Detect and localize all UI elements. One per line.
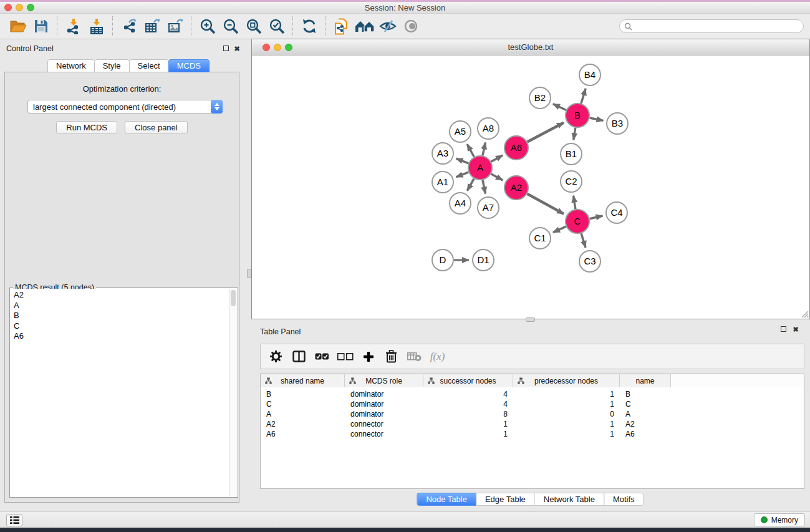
column-header-predecessor-nodes[interactable]: predecessor nodes — [513, 374, 620, 387]
apply-layout-button[interactable] — [297, 16, 321, 37]
tab-node-table[interactable]: Node Table — [417, 493, 476, 506]
zoom-out-button[interactable] — [219, 16, 242, 37]
table-cell[interactable]: 1 — [513, 390, 620, 399]
column-header-shared-name[interactable]: shared name — [261, 374, 345, 387]
graph-edge-A-A8[interactable] — [483, 143, 485, 156]
graph-edge-C-C1[interactable] — [553, 226, 566, 232]
table-row[interactable]: A2connector11A2 — [261, 419, 804, 429]
zoom-selected-button[interactable] — [265, 16, 288, 37]
save-session-button[interactable] — [29, 16, 52, 37]
mcds-result-item[interactable]: A6 — [14, 331, 229, 342]
graph-edge-A-A4[interactable] — [467, 178, 474, 191]
network-window-titlebar[interactable]: testGlobe.txt — [252, 39, 809, 56]
import-table-button[interactable] — [85, 16, 108, 37]
column-header-MCDS-role[interactable]: MCDS role — [345, 374, 423, 387]
graph-edge-A-A3[interactable] — [456, 158, 469, 163]
table-cell[interactable]: C — [620, 400, 671, 409]
unselect-all-columns-button[interactable] — [334, 345, 357, 368]
mcds-result-item[interactable]: A — [14, 301, 229, 311]
tab-select[interactable]: Select — [129, 59, 169, 72]
export-image-button[interactable] — [163, 16, 186, 37]
close-panel-icon[interactable]: ✖ — [233, 45, 241, 52]
table-cell[interactable]: A2 — [620, 420, 671, 428]
memory-button[interactable]: Memory — [754, 513, 805, 526]
tab-mcds[interactable]: MCDS — [168, 59, 210, 72]
scrollbar-thumb[interactable] — [231, 290, 236, 306]
export-table-button[interactable] — [140, 16, 163, 37]
tab-edge-table[interactable]: Edge Table — [476, 493, 535, 506]
import-network-button[interactable] — [62, 16, 85, 37]
table-cell[interactable]: C — [261, 400, 345, 409]
graph-edge-A-A7[interactable] — [483, 180, 485, 194]
graph-edge-C-C3[interactable] — [581, 233, 586, 248]
graph-edge-B-B1[interactable] — [574, 128, 576, 140]
optimization-criterion-dropdown[interactable]: largest connected component (directed) — [27, 100, 223, 114]
first-neighbors-button[interactable] — [353, 16, 376, 37]
graph-edge-A-A2[interactable] — [491, 174, 503, 180]
table-cell[interactable]: dominator — [345, 390, 423, 399]
mcds-result-item[interactable]: C — [14, 321, 229, 332]
table-settings-button[interactable] — [264, 345, 287, 368]
function-builder-button[interactable]: f(x) — [426, 345, 449, 368]
table-cell[interactable]: dominator — [345, 400, 423, 409]
delete-column-button[interactable] — [380, 345, 403, 368]
table-row[interactable]: Adominator80A — [261, 409, 804, 419]
new-network-from-selection-button[interactable] — [330, 16, 353, 37]
table-cell[interactable]: A — [261, 410, 345, 418]
table-cell[interactable]: 4 — [423, 390, 513, 399]
show-column-button[interactable] — [287, 345, 311, 368]
table-cell[interactable]: A6 — [620, 430, 671, 438]
graph-edge-B-B2[interactable] — [553, 104, 566, 110]
graph-edge-A-A5[interactable] — [467, 144, 474, 157]
zoom-fit-button[interactable] — [242, 16, 265, 37]
table-cell[interactable]: dominator — [345, 410, 423, 418]
column-header-name[interactable]: name — [620, 374, 671, 387]
tab-network[interactable]: Network — [47, 59, 95, 72]
mcds-result-item[interactable]: B — [14, 311, 229, 321]
float-table-panel-icon[interactable] — [779, 326, 787, 333]
horizontal-divider-grip[interactable] — [526, 317, 535, 322]
graph-edge-A2-C[interactable] — [528, 194, 564, 214]
table-cell[interactable]: 1 — [513, 400, 620, 409]
show-annotations-button[interactable] — [376, 16, 399, 37]
graph-edge-A-A1[interactable] — [456, 172, 469, 177]
add-column-button[interactable] — [357, 345, 380, 368]
task-history-button[interactable] — [6, 514, 22, 526]
run-mcds-button[interactable]: Run MCDS — [56, 121, 117, 134]
close-table-panel-icon[interactable]: ✖ — [792, 326, 799, 333]
table-cell[interactable]: 4 — [423, 400, 513, 409]
graph-edge-A6-B[interactable] — [528, 123, 564, 142]
delete-table-button[interactable] — [403, 345, 426, 368]
table-row[interactable]: A6connector11A6 — [261, 429, 804, 439]
float-panel-icon[interactable] — [222, 45, 229, 52]
table-cell[interactable]: 1 — [423, 430, 513, 438]
search-input[interactable] — [635, 22, 799, 31]
network-graph[interactable]: B4B2BB3A5A8A6A3AB1A1C2A2A4A7C4CC1C3DD1 — [252, 56, 809, 319]
table-cell[interactable]: connector — [345, 420, 423, 428]
table-cell[interactable]: 0 — [513, 410, 620, 418]
network-canvas[interactable]: B4B2BB3A5A8A6A3AB1A1C2A2A4A7C4CC1C3DD1 — [252, 56, 809, 319]
search-field[interactable] — [619, 19, 804, 33]
table-cell[interactable]: B — [620, 390, 671, 399]
table-row[interactable]: Cdominator41C — [261, 399, 804, 409]
graph-edge-C-C2[interactable] — [574, 196, 576, 210]
table-cell[interactable]: B — [261, 390, 345, 399]
column-header-successor-nodes[interactable]: successor nodes — [423, 374, 513, 387]
graph-edge-C-C4[interactable] — [590, 216, 603, 219]
open-session-button[interactable] — [6, 16, 29, 37]
table-cell[interactable]: A — [620, 410, 671, 418]
zoom-in-button[interactable] — [196, 16, 219, 37]
vertical-divider-grip[interactable] — [247, 269, 251, 278]
scrollbar-track[interactable] — [229, 289, 237, 496]
mcds-result-item[interactable]: A2 — [14, 290, 229, 301]
window-resize-grip[interactable] — [800, 309, 809, 318]
table-cell[interactable]: 1 — [513, 420, 620, 428]
graph-edge-B-B3[interactable] — [590, 118, 604, 120]
graph-edge-A-A6[interactable] — [491, 155, 503, 162]
tab-style[interactable]: Style — [94, 59, 130, 72]
table-cell[interactable]: connector — [345, 430, 423, 438]
close-panel-button[interactable]: Close panel — [125, 121, 188, 134]
level-of-detail-button[interactable] — [399, 16, 422, 37]
table-row[interactable]: Bdominator41B — [261, 389, 804, 399]
table-cell[interactable]: 1 — [423, 420, 513, 428]
